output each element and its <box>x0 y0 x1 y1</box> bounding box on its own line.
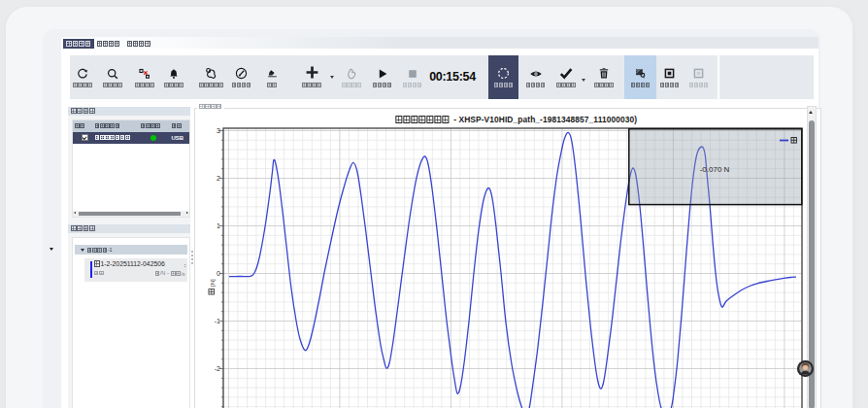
svg-text:3: 3 <box>217 127 220 134</box>
svg-text:-0.070 N: -0.070 N <box>700 165 730 174</box>
svg-text:1: 1 <box>217 222 220 229</box>
svg-text:[N]: [N] <box>210 279 216 287</box>
svg-text:-1: -1 <box>215 318 220 324</box>
svg-text:-2: -2 <box>215 365 220 372</box>
svg-text:0: 0 <box>217 270 220 277</box>
svg-text:2: 2 <box>217 175 220 182</box>
